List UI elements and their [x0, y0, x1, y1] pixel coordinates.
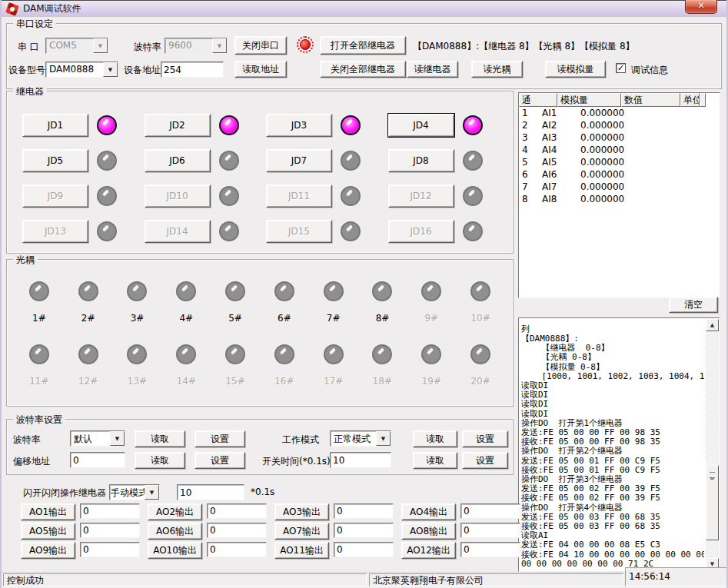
offset-addr-input[interactable]	[70, 452, 125, 468]
offset-set-button[interactable]: 设置	[194, 452, 245, 469]
log-panel[interactable]: 列【DAM0888】: 【继电器 0-8】 【光耦 0-8】 【模拟量 0-8】…	[518, 317, 720, 572]
ao-output-input[interactable]	[334, 503, 394, 519]
relay-button[interactable]: JD1	[22, 114, 88, 137]
ao-output-input[interactable]	[334, 523, 394, 538]
relay-button[interactable]: JD11	[266, 184, 332, 208]
work-mode-set-button[interactable]: 设置	[462, 430, 508, 447]
opto-indicator	[274, 344, 294, 364]
log-scrollbar[interactable]: ▲ ▼	[706, 319, 719, 570]
clear-log-button[interactable]: 清空	[669, 297, 718, 313]
relay-button[interactable]: JD2	[145, 114, 211, 137]
table-row[interactable]: 6 AI6 0.000000	[519, 168, 720, 181]
opto-indicator	[176, 281, 196, 301]
table-row[interactable]: 1 AI1 0.000000	[519, 107, 720, 119]
ao-output-input[interactable]	[460, 523, 520, 538]
baud-select[interactable]: 9600 ▼	[165, 38, 228, 54]
close-all-relays-button[interactable]: 关闭全部继电器	[320, 61, 406, 78]
relay-button[interactable]: JD5	[22, 149, 88, 172]
dropdown-arrow-icon[interactable]: ▼	[103, 62, 118, 77]
ao-output-button[interactable]: AO7输出	[274, 523, 329, 540]
relay-button[interactable]: JD4	[388, 114, 454, 137]
analog-table-header-cell[interactable]: 模拟量	[557, 93, 621, 107]
relay-button[interactable]: JD16	[388, 220, 454, 243]
com-port-select[interactable]: COM5 ▼	[45, 38, 108, 54]
read-opto-button[interactable]: 读光耦	[471, 61, 523, 78]
ao-output-input[interactable]	[207, 523, 267, 538]
opto-label: 10#	[470, 313, 490, 324]
ao-output-input[interactable]	[334, 542, 394, 557]
relay-indicator	[463, 221, 483, 241]
ao-output-input[interactable]	[207, 542, 267, 557]
table-row[interactable]: 4 AI4 0.000000	[519, 144, 720, 156]
close-button[interactable]: ✕	[685, 0, 717, 14]
read-analog-button[interactable]: 读模拟量	[545, 61, 606, 78]
analog-table-header-cell[interactable]: 通	[519, 93, 557, 107]
scrollbar-thumb[interactable]	[706, 465, 719, 540]
title-bar[interactable]: DAM调试软件	[2, 0, 726, 17]
device-addr-input[interactable]	[161, 61, 224, 78]
relay-button[interactable]: JD15	[266, 220, 332, 243]
ao-output-input[interactable]	[460, 503, 520, 519]
baud2-select[interactable]: 默认 ▼	[70, 430, 125, 447]
ao-output-button[interactable]: AO12输出	[401, 542, 456, 559]
dropdown-arrow-icon[interactable]: ▼	[93, 38, 108, 53]
ao-output-button[interactable]: AO6输出	[148, 523, 202, 540]
dropdown-arrow-icon[interactable]: ▼	[212, 38, 227, 53]
model-select[interactable]: DAM0888 ▼	[45, 61, 118, 78]
switch-time-input[interactable]	[330, 452, 391, 468]
analog-table-header-cell[interactable]	[700, 93, 706, 107]
table-row[interactable]: 3 AI3 0.000000	[519, 131, 720, 144]
ao-output-input[interactable]	[207, 503, 267, 519]
flash-mode-select[interactable]: 手动模式 ▼	[109, 484, 160, 500]
dropdown-arrow-icon[interactable]: ▼	[376, 431, 391, 446]
analog-table-header-cell[interactable]: 数值	[621, 93, 680, 107]
relay-button[interactable]: JD7	[266, 149, 332, 172]
switch-time-set-button[interactable]: 设置	[462, 452, 508, 469]
ao-output-button[interactable]: AO9输出	[21, 542, 75, 559]
offset-read-button[interactable]: 读取	[135, 452, 185, 469]
ao-output-button[interactable]: AO5输出	[21, 523, 75, 540]
ao-output-button[interactable]: AO4输出	[401, 503, 456, 520]
dropdown-arrow-icon[interactable]: ▼	[110, 431, 125, 446]
ao-output-button[interactable]: AO11输出	[274, 542, 329, 559]
analog-table-header-cell[interactable]: 单位	[680, 93, 700, 107]
table-row[interactable]: 8 AI8 0.000000	[519, 193, 720, 205]
ao-output-input[interactable]	[80, 503, 140, 519]
baud-set-button[interactable]: 设置	[194, 430, 245, 447]
scroll-up-button[interactable]: ▲	[706, 319, 719, 331]
relay-button[interactable]: JD3	[266, 114, 332, 137]
work-mode-select[interactable]: 正常模式 ▼	[330, 430, 391, 447]
relay-button[interactable]: JD12	[388, 184, 454, 208]
dropdown-arrow-icon[interactable]: ▼	[145, 485, 159, 500]
ao-output-button[interactable]: AO8输出	[401, 523, 456, 540]
relay-cell: JD3	[266, 108, 388, 143]
unit-cell	[641, 131, 700, 144]
relay-button[interactable]: JD13	[22, 220, 88, 243]
work-mode-read-button[interactable]: 读取	[413, 430, 457, 447]
ao-output-button[interactable]: AO3输出	[274, 503, 329, 520]
relay-button[interactable]: JD6	[145, 149, 211, 172]
ao-output-input[interactable]	[80, 542, 140, 557]
read-relay-button[interactable]: 读继电器	[407, 61, 458, 78]
log-line: 【光耦 0-8】	[521, 353, 704, 362]
relay-button[interactable]: JD9	[22, 184, 88, 208]
read-addr-button[interactable]: 读取地址	[234, 61, 287, 78]
ao-output-button[interactable]: AO2输出	[148, 503, 202, 520]
table-row[interactable]: 7 AI7 0.000000	[519, 181, 720, 193]
ao-output-input[interactable]	[80, 523, 140, 538]
close-port-button[interactable]: 关闭串口	[234, 36, 287, 55]
baud-read-button[interactable]: 读取	[135, 430, 185, 447]
relay-cell: JD14	[145, 214, 267, 249]
ao-output-button[interactable]: AO10输出	[148, 542, 202, 559]
open-all-relays-button[interactable]: 打开全部继电器	[320, 36, 406, 55]
ao-output-input[interactable]	[460, 542, 520, 557]
relay-button[interactable]: JD8	[388, 149, 454, 172]
debug-info-checkbox[interactable]: ✓	[616, 63, 626, 73]
ao-output-button[interactable]: AO1输出	[21, 503, 75, 520]
table-row[interactable]: 2 AI2 0.000000	[519, 119, 720, 131]
table-row[interactable]: 5 AI5 0.000000	[519, 156, 720, 168]
switch-time-read-button[interactable]: 读取	[413, 452, 457, 469]
relay-button[interactable]: JD14	[145, 220, 211, 243]
flash-time-input[interactable]	[177, 484, 244, 500]
relay-button[interactable]: JD10	[145, 184, 211, 208]
